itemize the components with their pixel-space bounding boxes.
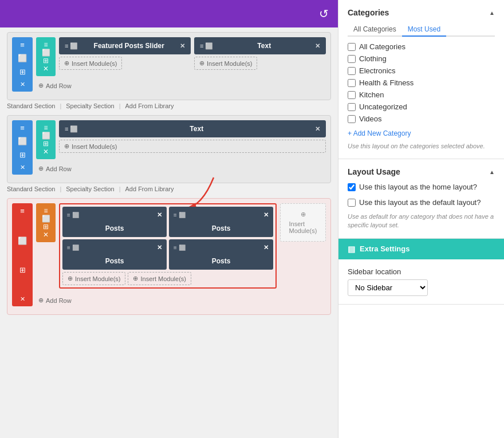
col-screen-icon[interactable]: ⬜ — [42, 49, 50, 57]
specialty-section-link-2[interactable]: Specialty Section — [66, 186, 114, 192]
s3-delete-icon[interactable]: ✕ — [20, 295, 25, 303]
insert-module-btn-1[interactable]: ⊕ Insert Module(s) — [59, 57, 122, 70]
insert-module-btn-2[interactable]: ⊕ Insert Module(s) — [194, 57, 257, 70]
posts-four-grid: ≡ ⬜ ✕ Posts ≡ ⬜ — [62, 207, 273, 270]
section-move-icon[interactable]: ≡ — [20, 41, 25, 49]
s3-grid-icon[interactable]: ⊞ — [19, 266, 26, 274]
category-checkbox-health[interactable] — [348, 79, 356, 87]
s2-delete-icon[interactable]: ✕ — [20, 164, 25, 171]
default-layout-item[interactable]: Use this layout as the default layout? — [348, 198, 495, 208]
standard-section-link-1[interactable]: Standard Section — [7, 102, 55, 109]
category-item-health[interactable]: Health & Fitness — [348, 78, 495, 87]
add-from-library-link-2[interactable]: Add From Library — [125, 186, 174, 192]
category-label-electronics: Electronics — [359, 66, 396, 75]
col3-grid-icon[interactable]: ⊞ — [43, 223, 49, 231]
tab-all-categories[interactable]: All Categories — [348, 23, 402, 37]
specialty-section-link-1[interactable]: Specialty Section — [66, 102, 114, 109]
s3-layout-icon[interactable]: ⬜ — [18, 236, 27, 245]
default-layout-checkbox[interactable] — [348, 199, 356, 207]
plus-icon: ⊕ — [64, 60, 69, 67]
col2-screen-icon[interactable]: ⬜ — [42, 132, 50, 140]
category-checkbox-kitchen[interactable] — [348, 91, 356, 99]
standalone-insert-label: InsertModule(s) — [289, 220, 317, 234]
section-sidebar-2: ≡ ⬜ ⊞ ✕ — [12, 120, 33, 175]
module-handle-icon[interactable]: ≡ ⬜ — [65, 42, 78, 50]
col3-move-icon[interactable]: ≡ — [44, 207, 48, 215]
module-actions: ✕ — [180, 42, 185, 50]
col-move-icon[interactable]: ≡ — [44, 41, 48, 49]
row-area-2: ≡ ⬜ ⊞ ✕ ≡ ⬜ Text ✕ — [36, 120, 326, 175]
categories-section: Categories ▲ All Categories Most Used Al… — [338, 0, 504, 159]
category-item-electronics[interactable]: Electronics — [348, 66, 495, 75]
text2-close-icon[interactable]: ✕ — [315, 125, 320, 133]
posts-label-2: Posts — [174, 224, 269, 232]
category-checkbox-clothing[interactable] — [348, 55, 356, 63]
insert-module-btn-posts-1[interactable]: ⊕ Insert Module(s) — [62, 272, 125, 285]
s2-move-icon[interactable]: ≡ — [20, 124, 25, 132]
module2-close-icon[interactable]: ✕ — [315, 42, 320, 50]
category-checkbox-uncategorized[interactable] — [348, 103, 356, 111]
add-row-btn-3[interactable]: ⊕ Add Row — [36, 294, 74, 306]
text2-handle-icon[interactable]: ≡ ⬜ — [65, 125, 78, 133]
posts1-icons[interactable]: ≡ ⬜ — [67, 212, 79, 218]
category-item-videos[interactable]: Videos — [348, 115, 495, 123]
home-layout-label: Use this layout as the home layout? — [359, 182, 477, 192]
add-row-btn-2[interactable]: ⊕ Add Row — [36, 163, 74, 175]
undo-icon[interactable]: ↺ — [319, 7, 329, 21]
add-row-btn-1[interactable]: ⊕ Add Row — [36, 80, 74, 92]
section-delete-icon[interactable]: ✕ — [20, 81, 25, 88]
s2-grid-icon[interactable]: ⊞ — [19, 151, 26, 159]
category-item-kitchen[interactable]: Kitchen — [348, 90, 495, 99]
col2-grid-icon[interactable]: ⊞ — [43, 140, 49, 148]
sidebar-location-select[interactable]: No Sidebar Left Sidebar Right Sidebar — [348, 279, 428, 296]
category-checkbox-all[interactable] — [348, 43, 356, 51]
section-grid-icon[interactable]: ⊞ — [19, 68, 26, 76]
layout-usage-header: Layout Usage ▲ — [348, 167, 495, 176]
categories-toggle-icon[interactable]: ▲ — [489, 10, 495, 16]
col2-move-icon[interactable]: ≡ — [44, 124, 48, 132]
category-checkbox-electronics[interactable] — [348, 67, 356, 75]
posts4-icons[interactable]: ≡ ⬜ — [174, 244, 186, 251]
col-grid-icon[interactable]: ⊞ — [43, 57, 49, 65]
extra-settings-title: Extra Settings — [360, 244, 410, 253]
module-close-icon[interactable]: ✕ — [180, 42, 185, 50]
s2-layout-icon[interactable]: ⬜ — [18, 137, 27, 145]
posts4-close-icon[interactable]: ✕ — [263, 244, 269, 251]
standard-section-link-2[interactable]: Standard Section — [7, 186, 55, 192]
col3-screen-icon[interactable]: ⬜ — [42, 215, 50, 223]
posts3-icons[interactable]: ≡ ⬜ — [67, 244, 79, 251]
posts1-close-icon[interactable]: ✕ — [157, 211, 162, 219]
col-delete-icon[interactable]: ✕ — [43, 65, 49, 73]
home-layout-checkbox[interactable] — [348, 183, 356, 191]
category-item-uncategorized[interactable]: Uncategorized — [348, 102, 495, 111]
category-item-all[interactable]: All Categories — [348, 42, 495, 51]
standalone-insert-module[interactable]: ⊕ InsertModule(s) — [280, 203, 326, 242]
layout-usage-toggle-icon[interactable]: ▲ — [489, 169, 495, 175]
insert-module-btn-s2[interactable]: ⊕ Insert Module(s) — [59, 140, 326, 153]
posts-label-4: Posts — [174, 257, 269, 265]
posts-module-4: ≡ ⬜ ✕ Posts — [169, 239, 273, 270]
insert-label-posts-2: Insert Module(s) — [140, 275, 186, 282]
posts-module-2: ≡ ⬜ ✕ Posts — [169, 207, 273, 237]
section-layout-icon[interactable]: ⬜ — [18, 54, 27, 62]
add-row-label: Add Row — [46, 82, 72, 89]
section-3: ≡ ⬜ ⊞ ✕ ≡ ⬜ ⊞ ✕ — [7, 198, 331, 315]
posts-module-3: ≡ ⬜ ✕ Posts — [62, 239, 167, 270]
posts3-close-icon[interactable]: ✕ — [157, 244, 162, 251]
insert-btn-label: Insert Module(s) — [72, 60, 117, 67]
posts2-close-icon[interactable]: ✕ — [263, 211, 269, 219]
col2-delete-icon[interactable]: ✕ — [43, 148, 49, 156]
col3-delete-icon[interactable]: ✕ — [43, 231, 49, 239]
category-item-clothing[interactable]: Clothing — [348, 54, 495, 63]
module2-handle-icon[interactable]: ≡ ⬜ — [200, 42, 213, 50]
add-from-library-link-1[interactable]: Add From Library — [125, 102, 174, 109]
add-new-category-link[interactable]: + Add New Category — [348, 129, 411, 137]
s3-move-icon[interactable]: ≡ — [20, 207, 25, 215]
text-module-label: Text — [216, 42, 312, 50]
home-layout-item[interactable]: Use this layout as the home layout? — [348, 182, 495, 192]
posts-insert-row: ⊕ Insert Module(s) ⊕ Insert Module(s) — [62, 272, 273, 285]
insert-module-btn-posts-2[interactable]: ⊕ Insert Module(s) — [128, 272, 191, 285]
posts2-icons[interactable]: ≡ ⬜ — [174, 212, 186, 218]
tab-most-used[interactable]: Most Used — [402, 23, 446, 37]
category-checkbox-videos[interactable] — [348, 115, 356, 123]
